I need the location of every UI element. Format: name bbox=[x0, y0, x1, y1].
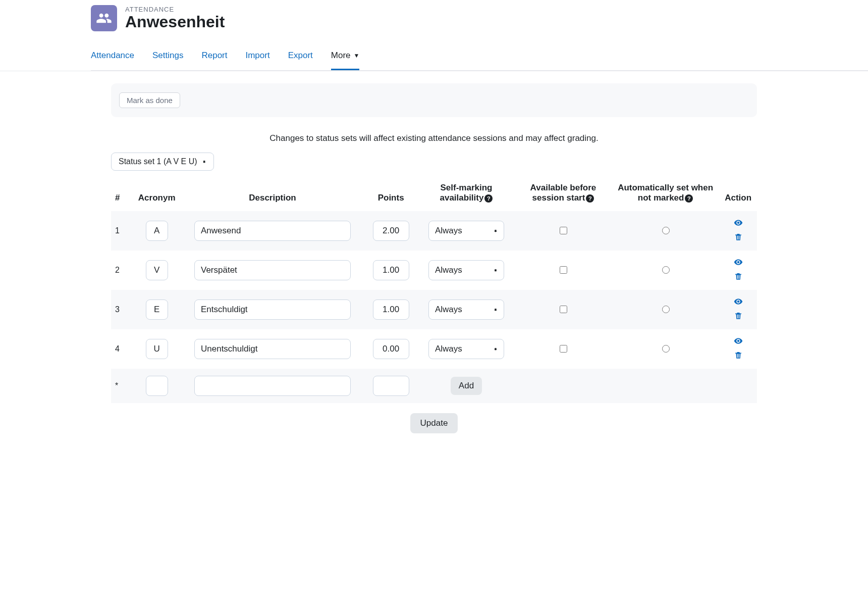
help-icon[interactable]: ? bbox=[484, 194, 493, 203]
eye-icon[interactable] bbox=[734, 297, 743, 308]
status-set-select[interactable]: Status set 1 (A V E U) ▲▼ bbox=[111, 153, 214, 171]
points-input[interactable] bbox=[373, 376, 409, 396]
add-button[interactable]: Add bbox=[451, 377, 482, 395]
acronym-input[interactable] bbox=[146, 339, 168, 359]
description-input[interactable] bbox=[194, 376, 351, 396]
tab-import[interactable]: Import bbox=[245, 45, 269, 70]
table-row: 4Always▲▼ bbox=[111, 329, 757, 369]
sort-icon: ▲▼ bbox=[494, 349, 498, 350]
update-button[interactable]: Update bbox=[410, 413, 458, 433]
warning-text: Changes to status sets will affect exist… bbox=[111, 133, 757, 143]
self-marking-value: Always bbox=[435, 226, 462, 236]
row-number: 2 bbox=[111, 251, 133, 290]
col-header-auto-label: Automatically set when not marked bbox=[618, 183, 713, 203]
points-input[interactable] bbox=[373, 339, 409, 359]
trash-icon[interactable] bbox=[734, 311, 743, 322]
available-before-checkbox[interactable] bbox=[560, 266, 567, 274]
col-header-num: # bbox=[111, 178, 133, 211]
divider bbox=[0, 71, 868, 71]
sort-icon: ▲▼ bbox=[494, 310, 498, 310]
auto-set-radio[interactable] bbox=[662, 266, 670, 274]
eye-icon[interactable] bbox=[734, 336, 743, 347]
available-before-checkbox[interactable] bbox=[560, 227, 567, 234]
acronym-input[interactable] bbox=[146, 221, 168, 241]
table-row: 1Always▲▼ bbox=[111, 211, 757, 251]
trash-icon[interactable] bbox=[734, 351, 743, 362]
col-header-action: Action bbox=[719, 178, 757, 211]
completion-box: Mark as done bbox=[111, 83, 757, 117]
acronym-input[interactable] bbox=[146, 376, 168, 396]
activity-category: ATTENDANCE bbox=[125, 6, 225, 13]
self-marking-select[interactable]: Always▲▼ bbox=[428, 300, 504, 320]
self-marking-select[interactable]: Always▲▼ bbox=[428, 260, 504, 280]
col-header-points: Points bbox=[364, 178, 418, 211]
status-table: # Acronym Description Points Self-markin… bbox=[111, 178, 757, 403]
self-marking-select[interactable]: Always▲▼ bbox=[428, 221, 504, 241]
tab-more-label: More bbox=[331, 51, 351, 61]
acronym-input[interactable] bbox=[146, 260, 168, 280]
auto-set-radio[interactable] bbox=[662, 306, 670, 313]
tab-settings[interactable]: Settings bbox=[152, 45, 183, 70]
row-number: 4 bbox=[111, 329, 133, 369]
mark-done-button[interactable]: Mark as done bbox=[119, 92, 180, 108]
tab-attendance[interactable]: Attendance bbox=[91, 45, 134, 70]
eye-icon[interactable] bbox=[734, 258, 743, 269]
sort-icon: ▲▼ bbox=[494, 270, 498, 271]
self-marking-value: Always bbox=[435, 344, 462, 354]
eye-icon[interactable] bbox=[734, 218, 743, 229]
self-marking-value: Always bbox=[435, 265, 462, 275]
col-header-before: Available before session start? bbox=[515, 178, 612, 211]
row-number: 3 bbox=[111, 290, 133, 329]
attendance-icon bbox=[91, 5, 117, 31]
col-header-self: Self-marking availability? bbox=[418, 178, 515, 211]
col-header-desc: Description bbox=[181, 178, 364, 211]
help-icon[interactable]: ? bbox=[586, 194, 594, 203]
help-icon[interactable]: ? bbox=[685, 194, 693, 203]
row-number: 1 bbox=[111, 211, 133, 251]
table-row: 2Always▲▼ bbox=[111, 251, 757, 290]
tab-export[interactable]: Export bbox=[288, 45, 313, 70]
activity-header: ATTENDANCE Anwesenheit bbox=[91, 0, 868, 31]
description-input[interactable] bbox=[194, 339, 351, 359]
points-input[interactable] bbox=[373, 300, 409, 320]
col-header-acronym: Acronym bbox=[133, 178, 181, 211]
points-input[interactable] bbox=[373, 221, 409, 241]
points-input[interactable] bbox=[373, 260, 409, 280]
tab-bar: Attendance Settings Report Import Export… bbox=[91, 45, 868, 71]
acronym-input[interactable] bbox=[146, 300, 168, 320]
description-input[interactable] bbox=[194, 300, 351, 320]
auto-set-radio[interactable] bbox=[662, 345, 670, 353]
trash-icon[interactable] bbox=[734, 232, 743, 243]
table-row-new: *Add bbox=[111, 369, 757, 403]
self-marking-select[interactable]: Always▲▼ bbox=[428, 339, 504, 359]
description-input[interactable] bbox=[194, 221, 351, 241]
description-input[interactable] bbox=[194, 260, 351, 280]
auto-set-radio[interactable] bbox=[662, 227, 670, 234]
sort-icon: ▲▼ bbox=[494, 231, 498, 231]
tab-report[interactable]: Report bbox=[201, 45, 227, 70]
chevron-down-icon: ▼ bbox=[354, 52, 360, 59]
available-before-checkbox[interactable] bbox=[560, 306, 567, 313]
trash-icon[interactable] bbox=[734, 272, 743, 283]
self-marking-value: Always bbox=[435, 305, 462, 315]
col-header-auto: Automatically set when not marked? bbox=[612, 178, 719, 211]
available-before-checkbox[interactable] bbox=[560, 345, 567, 353]
status-set-select-label: Status set 1 (A V E U) bbox=[119, 157, 197, 166]
sort-icon: ▲▼ bbox=[202, 162, 206, 162]
tab-more[interactable]: More ▼ bbox=[331, 45, 360, 70]
page-title: Anwesenheit bbox=[125, 13, 225, 31]
table-row: 3Always▲▼ bbox=[111, 290, 757, 329]
row-number: * bbox=[111, 369, 133, 403]
